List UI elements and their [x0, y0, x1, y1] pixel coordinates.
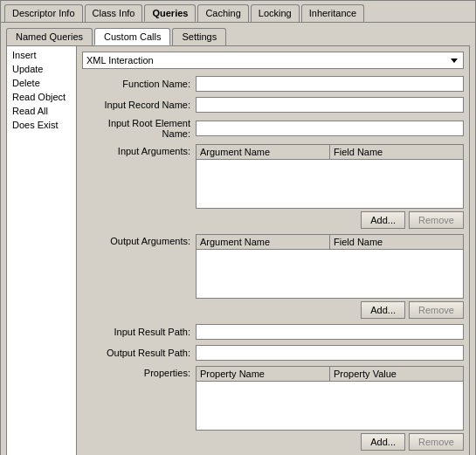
output-arg-col-argument: Argument Name [197, 235, 330, 249]
properties-remove-button[interactable]: Remove [409, 433, 464, 451]
interaction-type-row: XML Interaction [82, 52, 464, 69]
input-result-path-label: Input Result Path: [82, 327, 196, 337]
output-arguments-body [197, 250, 463, 298]
output-result-path-input[interactable] [196, 345, 464, 361]
properties-section: Properties: Property Name Property Value… [82, 366, 464, 451]
input-arguments-header: Argument Name Field Name [197, 145, 463, 160]
tab-class-info[interactable]: Class Info [85, 4, 143, 22]
output-arguments-table: Argument Name Field Name [196, 234, 464, 299]
output-arguments-remove-button[interactable]: Remove [409, 301, 464, 319]
output-result-path-label: Output Result Path: [82, 348, 196, 358]
tab-inheritance[interactable]: Inheritance [301, 4, 364, 22]
input-arguments-buttons: Add... Remove [196, 211, 464, 229]
input-arguments-table: Argument Name Field Name [196, 144, 464, 209]
output-result-path-row: Output Result Path: [82, 345, 464, 361]
input-arg-col-argument: Argument Name [197, 145, 330, 159]
input-arguments-label: Input Arguments: [82, 144, 196, 156]
input-arguments-table-container: Argument Name Field Name Add... Remove [196, 144, 464, 229]
properties-table-container: Property Name Property Value Add... Remo… [196, 366, 464, 451]
properties-add-button[interactable]: Add... [361, 433, 405, 451]
list-item-update[interactable]: Update [9, 62, 74, 76]
top-tab-bar: Descriptor Info Class Info Queries Cachi… [1, 1, 475, 23]
function-name-label: Function Name: [82, 79, 196, 89]
properties-body [197, 382, 463, 430]
output-arguments-label: Output Arguments: [82, 234, 196, 246]
input-result-path-input[interactable] [196, 324, 464, 340]
list-item-read-all[interactable]: Read All [9, 104, 74, 118]
output-arguments-buttons: Add... Remove [196, 301, 464, 319]
tab-settings[interactable]: Settings [172, 28, 226, 45]
list-item-read-object[interactable]: Read Object [9, 90, 74, 104]
properties-label: Properties: [82, 366, 196, 378]
output-arg-col-field: Field Name [330, 235, 463, 249]
tab-queries[interactable]: Queries [144, 4, 196, 22]
input-root-element-name-input[interactable] [196, 121, 464, 136]
secondary-tab-bar: Named Queries Custom Calls Settings [6, 28, 470, 45]
output-arguments-add-button[interactable]: Add... [361, 301, 405, 319]
tab-custom-calls[interactable]: Custom Calls [94, 28, 170, 45]
list-item-delete[interactable]: Delete [9, 76, 74, 90]
input-arg-col-field: Field Name [330, 145, 463, 159]
main-content-area: Named Queries Custom Calls Settings Inse… [1, 23, 475, 455]
properties-col-name: Property Name [197, 367, 330, 381]
input-arguments-section: Input Arguments: Argument Name Field Nam… [82, 144, 464, 229]
input-root-element-name-row: Input Root Element Name: [82, 118, 464, 139]
input-record-name-input[interactable] [196, 97, 464, 113]
left-list-panel: Insert Update Delete Read Object Read Al… [7, 46, 77, 455]
properties-table: Property Name Property Value [196, 366, 464, 431]
input-arguments-body [197, 160, 463, 208]
tab-descriptor-info[interactable]: Descriptor Info [4, 4, 83, 22]
input-root-element-name-label: Input Root Element Name: [82, 118, 196, 139]
properties-buttons: Add... Remove [196, 433, 464, 451]
output-arguments-header: Argument Name Field Name [197, 235, 463, 250]
main-window: Descriptor Info Class Info Queries Cachi… [0, 0, 476, 455]
tab-named-queries[interactable]: Named Queries [6, 28, 93, 45]
output-arguments-table-container: Argument Name Field Name Add... Remove [196, 234, 464, 319]
input-record-name-label: Input Record Name: [82, 100, 196, 110]
input-result-path-row: Input Result Path: [82, 324, 464, 340]
content-panel: Insert Update Delete Read Object Read Al… [6, 45, 470, 455]
interaction-type-dropdown[interactable]: XML Interaction [82, 52, 464, 69]
list-item-insert[interactable]: Insert [9, 48, 74, 62]
function-name-row: Function Name: [82, 76, 464, 92]
function-name-input[interactable] [196, 76, 464, 92]
list-item-does-exist[interactable]: Does Exist [9, 118, 74, 132]
input-arguments-add-button[interactable]: Add... [361, 211, 405, 229]
output-arguments-section: Output Arguments: Argument Name Field Na… [82, 234, 464, 319]
properties-col-value: Property Value [330, 367, 463, 381]
properties-header: Property Name Property Value [197, 367, 463, 382]
input-arguments-remove-button[interactable]: Remove [409, 211, 464, 229]
tab-locking[interactable]: Locking [251, 4, 300, 22]
tab-caching[interactable]: Caching [197, 4, 248, 22]
right-form-panel: XML Interaction Function Name: Input Rec… [77, 46, 469, 455]
input-record-name-row: Input Record Name: [82, 97, 464, 113]
